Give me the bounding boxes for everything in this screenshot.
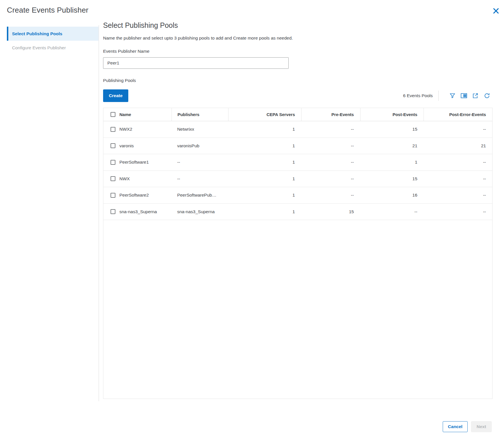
table-row: NWX2Netwrixx1--15-- bbox=[103, 121, 492, 138]
next-button: Next bbox=[471, 421, 492, 432]
cell-publishers: PeerSoftwarePub… bbox=[172, 187, 229, 203]
cell-post-events: 16 bbox=[360, 187, 424, 203]
cell-post-events: 21 bbox=[360, 138, 424, 154]
cell-pre-events: -- bbox=[301, 171, 360, 187]
cell-post-events: 15 bbox=[360, 121, 424, 138]
row-checkbox[interactable] bbox=[111, 209, 115, 214]
table-row: PeerSoftware1--1--1-- bbox=[103, 154, 492, 171]
cell-publishers: sna-nas3_Superna bbox=[172, 204, 229, 220]
table-row: NWX--1--15-- bbox=[103, 171, 492, 187]
cell-name: NWX2 bbox=[103, 121, 172, 138]
header-post-error-events: Post-Error-Events bbox=[424, 108, 492, 121]
create-events-publisher-dialog: Create Events Publisher Select Publishin… bbox=[0, 0, 504, 439]
table-toolbar: 6 Events Pools bbox=[403, 89, 490, 102]
cell-name: varonis bbox=[103, 138, 172, 154]
refresh-icon[interactable] bbox=[483, 92, 490, 99]
table-body: NWX2Netwrixx1--15--varonisvaronisPub1--2… bbox=[103, 121, 492, 220]
header-cepa-servers: CEPA Servers bbox=[228, 108, 301, 121]
pool-name: NWX bbox=[119, 176, 130, 181]
cell-post-events: -- bbox=[360, 204, 424, 220]
page-title: Select Publishing Pools bbox=[103, 21, 178, 30]
cell-publishers: -- bbox=[172, 154, 229, 170]
cell-post-error-events: -- bbox=[424, 121, 492, 138]
table-row: varonisvaronisPub1--2121 bbox=[103, 138, 492, 154]
cell-cepa-servers: 1 bbox=[228, 187, 301, 203]
cell-publishers: Netwrixx bbox=[172, 121, 229, 138]
cell-name: PeerSoftware2 bbox=[103, 187, 172, 203]
cell-post-error-events: -- bbox=[424, 187, 492, 203]
cell-cepa-servers: 1 bbox=[228, 138, 301, 154]
select-all-checkbox[interactable] bbox=[111, 112, 115, 117]
cell-name: sna-nas3_Superna bbox=[103, 204, 172, 220]
cell-cepa-servers: 1 bbox=[228, 154, 301, 170]
export-icon[interactable] bbox=[472, 92, 479, 99]
header-label: Name bbox=[119, 112, 131, 117]
cell-pre-events: -- bbox=[301, 187, 360, 203]
publishing-pools-table: Name Publishers CEPA Servers Pre-Events … bbox=[103, 108, 493, 399]
table-row: sna-nas3_Supernasna-nas3_Superna115---- bbox=[103, 204, 492, 220]
row-checkbox[interactable] bbox=[111, 143, 115, 148]
cell-pre-events: -- bbox=[301, 121, 360, 138]
row-checkbox[interactable] bbox=[111, 127, 115, 132]
cell-name: PeerSoftware1 bbox=[103, 154, 172, 170]
header-publishers: Publishers bbox=[172, 108, 229, 121]
close-icon[interactable] bbox=[492, 7, 500, 15]
header-pre-events: Pre-Events bbox=[301, 108, 360, 121]
cell-cepa-servers: 1 bbox=[228, 121, 301, 138]
step-label: Select Publishing Pools bbox=[12, 31, 62, 36]
publisher-name-label: Events Publisher Name bbox=[103, 49, 149, 54]
step-select-publishing-pools[interactable]: Select Publishing Pools bbox=[7, 27, 99, 41]
cell-post-error-events: 21 bbox=[424, 138, 492, 154]
events-pools-count: 6 Events Pools bbox=[403, 93, 433, 98]
row-checkbox[interactable] bbox=[111, 176, 115, 181]
cell-post-error-events: -- bbox=[424, 154, 492, 170]
cell-name: NWX bbox=[103, 171, 172, 187]
cell-cepa-servers: 1 bbox=[228, 171, 301, 187]
cell-cepa-servers: 1 bbox=[228, 204, 301, 220]
cancel-button[interactable]: Cancel bbox=[443, 421, 468, 432]
step-label: Configure Events Publisher bbox=[12, 45, 66, 50]
publishing-pools-label: Publishing Pools bbox=[103, 78, 136, 83]
cell-pre-events: 15 bbox=[301, 204, 360, 220]
cell-publishers: -- bbox=[172, 171, 229, 187]
page-description: Name the publisher and select upto 3 pub… bbox=[103, 36, 293, 41]
header-name: Name bbox=[103, 108, 172, 121]
step-configure-events-publisher[interactable]: Configure Events Publisher bbox=[7, 41, 99, 55]
filter-icon[interactable] bbox=[449, 92, 456, 99]
toolbar-divider bbox=[438, 91, 439, 101]
row-checkbox[interactable] bbox=[111, 160, 115, 165]
dialog-title: Create Events Publisher bbox=[7, 6, 88, 15]
cell-publishers: varonisPub bbox=[172, 138, 229, 154]
table-header: Name Publishers CEPA Servers Pre-Events … bbox=[103, 108, 492, 121]
row-checkbox[interactable] bbox=[111, 193, 115, 198]
wizard-steps: Select Publishing Pools Configure Events… bbox=[7, 27, 99, 55]
create-button[interactable]: Create bbox=[103, 89, 128, 102]
pool-name: PeerSoftware1 bbox=[119, 160, 149, 165]
cell-post-events: 15 bbox=[360, 171, 424, 187]
cell-post-error-events: -- bbox=[424, 204, 492, 220]
header-post-events: Post-Events bbox=[360, 108, 424, 121]
cell-post-events: 1 bbox=[360, 154, 424, 170]
cell-pre-events: -- bbox=[301, 154, 360, 170]
columns-icon[interactable] bbox=[460, 92, 467, 99]
pool-name: NWX2 bbox=[119, 127, 132, 132]
cell-post-error-events: -- bbox=[424, 171, 492, 187]
table-row: PeerSoftware2PeerSoftwarePub…1--16-- bbox=[103, 187, 492, 204]
pool-name: sna-nas3_Superna bbox=[119, 209, 157, 214]
sidebar-divider bbox=[99, 25, 99, 401]
pool-name: varonis bbox=[119, 143, 134, 148]
publisher-name-input[interactable] bbox=[103, 57, 289, 69]
pool-name: PeerSoftware2 bbox=[119, 193, 149, 198]
cell-pre-events: -- bbox=[301, 138, 360, 154]
